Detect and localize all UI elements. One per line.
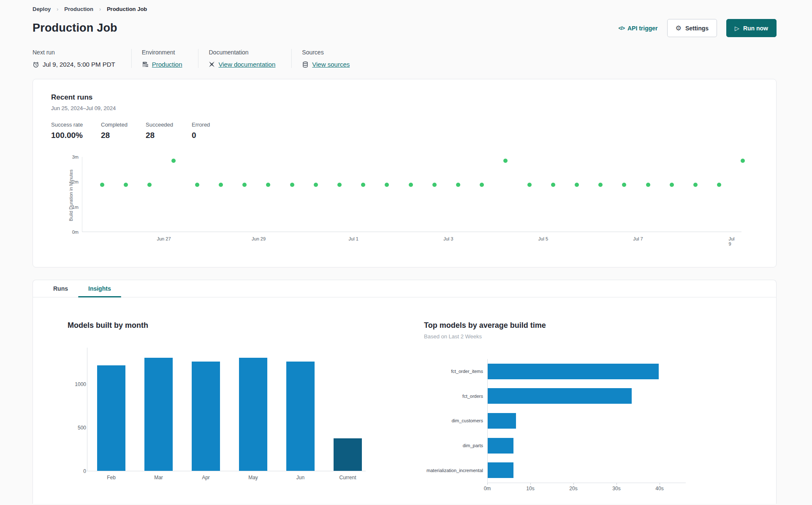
- run-dot[interactable]: [693, 183, 698, 187]
- run-dot[interactable]: [314, 183, 318, 187]
- database-icon: [302, 61, 309, 68]
- scatter-y-tick: 2m: [62, 179, 79, 184]
- build-time-bar[interactable]: [488, 388, 632, 404]
- run-dot[interactable]: [219, 183, 223, 187]
- build-time-bar[interactable]: [488, 364, 659, 379]
- view-sources-link[interactable]: View sources: [312, 61, 350, 68]
- meta-label: Sources: [302, 49, 350, 56]
- bar-x-tick: Feb: [107, 475, 116, 481]
- tab-runs[interactable]: Runs: [43, 280, 78, 297]
- stat-label: Errored: [192, 122, 210, 128]
- hbar-x-tick: 0m: [484, 486, 491, 491]
- meta-label: Next run: [33, 49, 115, 56]
- hbar-track: [487, 359, 686, 384]
- run-dot[interactable]: [409, 183, 413, 187]
- run-dot[interactable]: [337, 183, 342, 187]
- models-built-chart: Models built by month 05001000FebMarAprM…: [68, 321, 370, 492]
- build-time-bar[interactable]: [488, 462, 513, 478]
- run-dot[interactable]: [622, 183, 626, 187]
- run-dot[interactable]: [456, 183, 460, 187]
- run-dot[interactable]: [242, 183, 247, 187]
- run-dot[interactable]: [575, 183, 579, 187]
- scatter-x-tick: Jul 5: [538, 236, 548, 241]
- month-bar[interactable]: [286, 362, 315, 471]
- run-now-button[interactable]: ▷ Run now: [726, 19, 777, 37]
- run-dot[interactable]: [124, 183, 128, 187]
- build-time-bar[interactable]: [488, 438, 513, 454]
- breadcrumb-deploy[interactable]: Deploy: [33, 6, 51, 12]
- runs-insights-card: Runs Insights Models built by month 0500…: [33, 280, 777, 504]
- breadcrumb: Deploy › Production › Production Job: [33, 6, 777, 12]
- settings-label: Settings: [685, 25, 709, 32]
- run-dot[interactable]: [646, 183, 650, 187]
- run-dot[interactable]: [480, 183, 484, 187]
- environment-link[interactable]: Production: [152, 61, 182, 68]
- run-dot[interactable]: [147, 183, 152, 187]
- meta-environment: Environment Production: [142, 49, 198, 68]
- bar-y-tick: 1000: [68, 381, 86, 387]
- hbar-tick-mark: [573, 483, 574, 485]
- hbar-tick-mark: [487, 483, 488, 485]
- run-dot[interactable]: [670, 183, 674, 187]
- divider: [198, 49, 198, 68]
- hbar-model-label: dim_customers: [424, 418, 487, 423]
- run-dot[interactable]: [551, 183, 555, 187]
- run-dot[interactable]: [503, 159, 508, 163]
- run-dot[interactable]: [385, 183, 389, 187]
- scatter-x-tick: Jul 3: [443, 236, 453, 241]
- stat-label: Completed: [101, 122, 146, 128]
- run-dot[interactable]: [527, 183, 532, 187]
- api-trigger-link[interactable]: </> API trigger: [619, 25, 658, 32]
- month-bar[interactable]: [334, 438, 362, 471]
- bar-x-tick: Current: [339, 475, 356, 481]
- run-now-label: Run now: [743, 25, 768, 32]
- run-dot[interactable]: [432, 183, 437, 187]
- month-bar[interactable]: [239, 358, 267, 471]
- run-dot[interactable]: [100, 183, 104, 187]
- production-job-page: Deploy › Production › Production Job Pro…: [0, 0, 812, 504]
- api-trigger-label: API trigger: [627, 25, 658, 32]
- settings-button[interactable]: ⚙ Settings: [667, 19, 717, 37]
- run-dot[interactable]: [195, 183, 199, 187]
- bar-y-tick: 500: [68, 425, 86, 431]
- run-dot[interactable]: [717, 183, 721, 187]
- build-duration-chart: Build Duration in Minutes 0m1m2m3mJun 27…: [51, 155, 758, 242]
- month-bar[interactable]: [97, 365, 125, 471]
- chevron-right-icon: ›: [99, 6, 101, 12]
- clock-icon: [33, 61, 39, 68]
- insights-content: Models built by month 05001000FebMarAprM…: [33, 297, 776, 492]
- hbar-row: dim_customers: [424, 408, 686, 433]
- scatter-y-tick: 0m: [62, 230, 79, 235]
- meta-label: Documentation: [209, 49, 275, 56]
- run-dot[interactable]: [171, 159, 176, 163]
- month-bar[interactable]: [192, 362, 220, 471]
- divider: [291, 49, 292, 68]
- bar-y-tick: 0: [68, 468, 86, 474]
- breadcrumb-production[interactable]: Production: [64, 6, 93, 12]
- run-dot[interactable]: [290, 183, 294, 187]
- dbt-logo-icon: [209, 61, 215, 68]
- chart-title: Models built by month: [68, 321, 370, 330]
- scatter-y-tick: 1m: [62, 205, 79, 210]
- scatter-x-tick: Jun 27: [157, 236, 171, 241]
- tab-insights[interactable]: Insights: [78, 280, 121, 297]
- scatter-plot-area: 0m1m2m3mJun 27Jun 29Jul 1Jul 3Jul 5Jul 7…: [82, 157, 741, 232]
- recent-runs-title: Recent runs: [51, 93, 758, 102]
- stat-value: 100.00%: [51, 131, 101, 140]
- run-dot[interactable]: [741, 159, 745, 163]
- view-documentation-link[interactable]: View documentation: [218, 61, 275, 68]
- month-bar[interactable]: [144, 358, 173, 471]
- hbar-x-tick: 40s: [655, 486, 663, 491]
- bar-x-tick: Jun: [296, 475, 304, 481]
- run-dot[interactable]: [361, 183, 365, 187]
- tab-bar: Runs Insights: [33, 280, 776, 297]
- scatter-x-tick: Jul 9: [728, 236, 737, 246]
- hbar-row: materialization_incremental: [424, 458, 686, 483]
- run-dot[interactable]: [598, 183, 603, 187]
- chart-title: Top models by average build time: [424, 321, 686, 330]
- meta-label: Environment: [142, 49, 182, 56]
- run-dot[interactable]: [266, 183, 270, 187]
- meta-next-run: Next run Jul 9, 2024, 5:00 PM PDT: [33, 49, 131, 68]
- build-time-bar[interactable]: [488, 413, 516, 429]
- top-models-chart: Top models by average build time Based o…: [424, 321, 686, 492]
